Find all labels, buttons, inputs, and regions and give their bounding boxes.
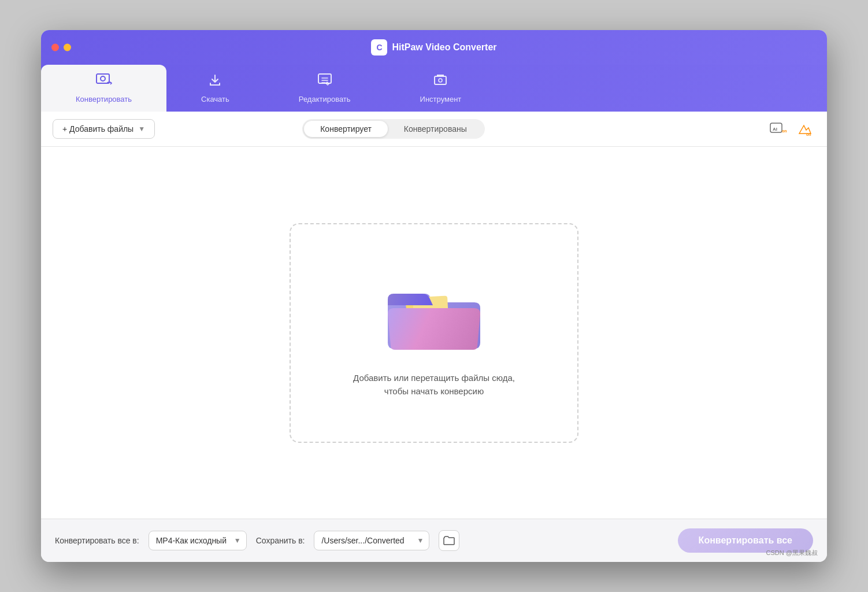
close-button[interactable] — [51, 44, 59, 51]
tools-icon — [433, 73, 448, 91]
svg-rect-0 — [97, 74, 109, 83]
tab-convert[interactable]: Конвертировать — [41, 65, 166, 112]
traffic-lights — [51, 44, 71, 51]
drop-zone-text: Добавить или перетащить файлы сюда, чтоб… — [342, 372, 526, 398]
save-path-wrapper: /Users/ser.../Converted ▼ — [314, 531, 429, 550]
app-name: HitPaw Video Converter — [392, 42, 496, 53]
app-logo: C — [371, 39, 387, 56]
convert-all-label: Конвертировать все в: — [55, 536, 139, 545]
add-files-label: + Добавить файлы — [62, 124, 133, 134]
title-bar: C HitPaw Video Converter — [41, 30, 827, 65]
tab-download-label: Скачать — [201, 95, 229, 103]
format-select[interactable]: MP4-Как исходный — [149, 531, 247, 550]
svg-text:AI: AI — [773, 127, 777, 132]
svg-text:on: on — [806, 132, 811, 136]
svg-rect-2 — [318, 74, 331, 83]
watermark: CSDN @黑果魏叔 — [766, 549, 818, 557]
speed-icon[interactable]: on — [795, 119, 815, 139]
tab-converting[interactable]: Конвертирует — [304, 121, 388, 137]
tab-converted[interactable]: Конвертированы — [388, 121, 483, 137]
chevron-down-icon: ▼ — [138, 125, 145, 133]
toolbar-right-icons: AI on on — [768, 119, 815, 139]
toolbar: + Добавить файлы ▼ Конвертирует Конверти… — [41, 112, 827, 147]
app-title: C HitPaw Video Converter — [371, 39, 496, 56]
tab-tools-label: Инструмент — [420, 95, 462, 103]
save-path-select[interactable]: /Users/ser.../Converted — [314, 531, 429, 550]
format-select-wrapper: MP4-Как исходный ▼ — [149, 531, 247, 550]
svg-rect-3 — [435, 76, 446, 84]
ai-enhance-icon[interactable]: AI on — [768, 119, 789, 139]
tab-download[interactable]: Скачать — [166, 65, 264, 112]
minimize-button[interactable] — [64, 44, 71, 51]
svg-point-4 — [439, 79, 442, 82]
download-icon — [207, 73, 222, 91]
tab-edit[interactable]: Редактировать — [264, 65, 385, 112]
save-to-label: Сохранить в: — [256, 536, 305, 545]
folder-illustration — [382, 268, 486, 360]
add-files-button[interactable]: + Добавить файлы ▼ — [53, 119, 155, 139]
nav-tabs: Конвертировать Скачать Редактировать — [41, 65, 827, 112]
tab-edit-label: Редактировать — [299, 95, 351, 103]
edit-icon — [317, 73, 332, 91]
tab-tools[interactable]: Инструмент — [385, 65, 496, 112]
tab-convert-label: Конвертировать — [76, 95, 132, 103]
drop-zone[interactable]: Добавить или перетащить файлы сюда, чтоб… — [290, 223, 578, 443]
svg-point-1 — [101, 76, 105, 81]
convert-tab-switcher: Конвертирует Конвертированы — [302, 119, 485, 139]
open-folder-button[interactable] — [439, 530, 459, 551]
main-content: Добавить или перетащить файлы сюда, чтоб… — [41, 147, 827, 519]
svg-text:on: on — [782, 129, 787, 133]
convert-icon — [95, 73, 113, 91]
bottom-bar: Конвертировать все в: MP4-Как исходный ▼… — [41, 519, 827, 562]
